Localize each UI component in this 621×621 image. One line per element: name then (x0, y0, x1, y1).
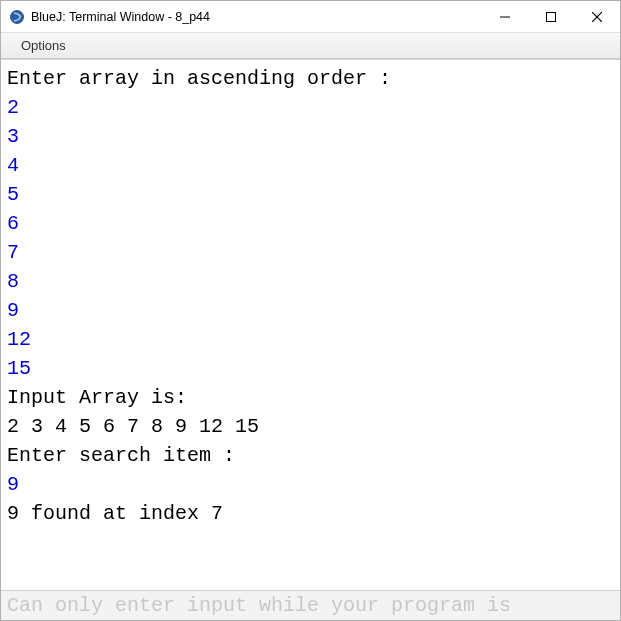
bluej-icon (9, 9, 25, 25)
terminal-input-bar[interactable]: Can only enter input while your program … (1, 590, 620, 620)
minimize-button[interactable] (482, 1, 528, 32)
terminal-input-line: 6 (7, 209, 614, 238)
terminal-input-line: 12 (7, 325, 614, 354)
terminal-input-line: 3 (7, 122, 614, 151)
close-button[interactable] (574, 1, 620, 32)
titlebar[interactable]: BlueJ: Terminal Window - 8_p44 (1, 1, 620, 33)
terminal-input-line: 5 (7, 180, 614, 209)
window-controls (482, 1, 620, 32)
menu-options[interactable]: Options (15, 36, 72, 55)
terminal-input-line: 4 (7, 151, 614, 180)
terminal-input-line: 9 (7, 296, 614, 325)
maximize-button[interactable] (528, 1, 574, 32)
terminal-input-line: 15 (7, 354, 614, 383)
terminal-output[interactable]: Enter array in ascending order :23456789… (1, 59, 620, 590)
terminal-output-line: 9 found at index 7 (7, 499, 614, 528)
terminal-output-line: Enter array in ascending order : (7, 64, 614, 93)
terminal-output-line: 2 3 4 5 6 7 8 9 12 15 (7, 412, 614, 441)
terminal-input-line: 2 (7, 93, 614, 122)
input-placeholder: Can only enter input while your program … (7, 594, 511, 617)
terminal-input-line: 8 (7, 267, 614, 296)
terminal-output-line: Input Array is: (7, 383, 614, 412)
terminal-output-line: Enter search item : (7, 441, 614, 470)
terminal-input-line: 9 (7, 470, 614, 499)
terminal-input-line: 7 (7, 238, 614, 267)
svg-rect-2 (547, 12, 556, 21)
menubar: Options (1, 33, 620, 59)
window-title: BlueJ: Terminal Window - 8_p44 (31, 10, 482, 24)
svg-point-0 (11, 10, 24, 23)
